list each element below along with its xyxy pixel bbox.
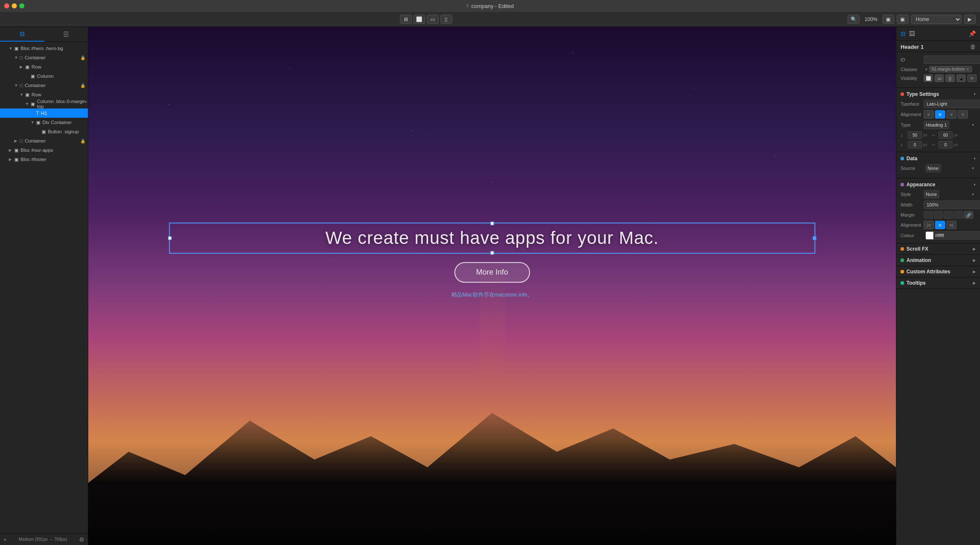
margin-left-input[interactable] — [934, 211, 943, 219]
align-center-button[interactable]: ≡ — [935, 110, 945, 119]
tree-item-column-1[interactable]: ▶ ▣ Column — [0, 71, 88, 81]
margin-top-input[interactable] — [924, 211, 933, 219]
tree-label: Row — [32, 92, 41, 97]
eye-vis-button[interactable]: 👁 — [967, 74, 977, 82]
margin-bottom-input[interactable] — [908, 141, 922, 148]
tree-item-div-container[interactable]: ▼ ▣ Div Container — [0, 118, 88, 127]
desktop-vis-button[interactable]: ⬜ — [924, 74, 933, 82]
colour-swatch[interactable] — [926, 232, 933, 239]
tablet-landscape-vis-button[interactable]: ▭ — [935, 74, 944, 82]
delete-element-button[interactable]: 🗑 — [970, 43, 976, 50]
typeface-input[interactable] — [924, 100, 980, 108]
layers-tab[interactable]: ⧉ — [0, 27, 44, 42]
custom-attributes-chevron: ▶ — [973, 270, 976, 274]
margin-right-input2[interactable] — [954, 211, 963, 219]
align-left-btn[interactable]: |≡ — [924, 221, 934, 229]
type-row: Type Heading 1 — [901, 121, 976, 129]
alignment-label: Alignment — [901, 112, 924, 117]
align-left-button[interactable]: ≡ — [924, 110, 934, 119]
nav-page-select[interactable]: Home — [911, 15, 962, 24]
selection-handle-bottom[interactable] — [490, 251, 494, 255]
tablet-view-button[interactable]: ▭ — [427, 15, 439, 24]
h1-icon: T — [36, 111, 39, 116]
h1-selection-box[interactable]: We create must have apps for your Mac. — [169, 222, 815, 254]
colour-input[interactable] — [933, 232, 980, 239]
search-icon[interactable]: 🔍 — [848, 15, 859, 24]
main-layout: ⧉ ☰ ▼ ▣ Bloc #hero .hero-bg ▼ □ Containe… — [0, 27, 980, 545]
tree-item-row-2[interactable]: ▼ ▣ Row — [0, 90, 88, 99]
mobile-view-button[interactable]: ▯ — [440, 15, 452, 24]
classes-dropdown-arrow[interactable]: ▾ — [925, 67, 927, 71]
mac-store-link[interactable]: 精品Mac软件尽在macstore.info。 — [169, 291, 815, 299]
tree-item-container-3[interactable]: ▶ □ Container 🔒 — [0, 136, 88, 146]
animation-section[interactable]: Animation ▶ — [896, 255, 980, 266]
settings-button[interactable]: ⚙ — [79, 536, 84, 543]
id-input[interactable] — [924, 56, 980, 64]
classes-row: Classes ▾ h1-margin-bottom ✕ — [901, 66, 976, 72]
align-right-btn[interactable]: ≡| — [946, 221, 956, 229]
mobile-vis-button[interactable]: 📱 — [956, 74, 966, 82]
rs-properties-tab[interactable]: ⊟ — [901, 30, 906, 37]
sidebar-tabs: ⧉ ☰ — [0, 27, 88, 42]
tooltips-dot — [901, 281, 904, 285]
tree-item-bloc-hero[interactable]: ▼ ▣ Bloc #hero .hero-bg — [0, 44, 88, 53]
tablet-portrait-vis-button[interactable]: ▯ — [946, 74, 955, 82]
tree-item-row-1[interactable]: ▶ ▣ Row — [0, 62, 88, 71]
source-select[interactable]: None — [925, 164, 941, 172]
margin-row: ↕ px ↔ px — [901, 141, 976, 148]
style-select[interactable]: None — [924, 190, 939, 198]
grid-view-button[interactable]: ⊞ — [400, 15, 412, 24]
more-info-button[interactable]: More Info — [169, 262, 815, 291]
tree-item-column-2[interactable]: ▼ ▣ Column .bloc-0-margin-top — [0, 99, 88, 108]
rs-media-tab[interactable]: 🖼 — [909, 30, 915, 37]
button-icon: ▣ — [42, 129, 46, 135]
rs-pin-button[interactable]: 📌 — [969, 30, 976, 37]
toolbar-right: 🔍 100% ▣ ▣ Home ▶ — [848, 15, 976, 24]
desktop-view-button[interactable]: ⬜ — [414, 15, 425, 24]
tooltips-section[interactable]: Tooltips ▶ — [896, 278, 980, 289]
data-section-header[interactable]: Data ▾ — [901, 156, 976, 161]
data-section-dot — [901, 157, 904, 160]
nav-action-button[interactable]: ▶ — [964, 15, 976, 24]
width-input[interactable] — [924, 201, 980, 209]
animation-dot — [901, 259, 904, 262]
scroll-fx-section[interactable]: Scroll FX ▶ — [896, 243, 980, 255]
padding-right-input[interactable] — [938, 131, 953, 139]
dark-mode-button[interactable]: ▣ — [897, 15, 909, 24]
tree-item-button-signup[interactable]: ▶ ▣ Button .signup — [0, 127, 88, 136]
app-name-label: company - Edited — [471, 3, 514, 9]
type-settings-header[interactable]: Type Settings ▾ — [901, 91, 976, 97]
appearance-section-header[interactable]: Appearance ▾ — [901, 182, 976, 188]
selection-handle-top[interactable] — [490, 222, 494, 225]
tree-label: Div Container — [42, 120, 72, 125]
padding-top-input[interactable] — [908, 131, 922, 139]
tree-item-container-1[interactable]: ▼ □ Container 🔒 — [0, 53, 88, 62]
add-bloc-button[interactable]: + — [3, 536, 7, 543]
selection-handle-left[interactable] — [168, 236, 171, 240]
column-icon: ▣ — [31, 101, 35, 107]
custom-attributes-section[interactable]: Custom Attributes ▶ — [896, 266, 980, 278]
selection-handle-right[interactable] — [813, 236, 816, 240]
canvas-heading[interactable]: We create must have apps for your Mac. — [182, 228, 802, 249]
margin-bottom-input2[interactable] — [944, 211, 953, 219]
type-select[interactable]: Heading 1 — [924, 121, 949, 129]
align-right-button[interactable]: ≡ — [946, 110, 956, 119]
more-info-btn-label[interactable]: More Info — [454, 262, 530, 283]
tree-item-bloc-our-apps[interactable]: ▶ ▣ Bloc #our-apps — [0, 146, 88, 155]
class-tag-remove[interactable]: ✕ — [966, 67, 969, 71]
row-icon: ▣ — [25, 64, 29, 70]
align-center-btn[interactable]: ≡ — [935, 221, 945, 229]
margin-right-input[interactable] — [938, 141, 953, 148]
container-icon: □ — [20, 83, 23, 88]
light-mode-button[interactable]: ▣ — [883, 15, 894, 24]
maximize-button[interactable] — [19, 3, 24, 8]
pages-tab[interactable]: ☰ — [44, 27, 88, 42]
tree-item-bloc-footer[interactable]: ▶ ▣ Bloc #footer — [0, 155, 88, 164]
align-justify-button[interactable]: ≡ — [958, 110, 968, 119]
tree-item-container-2[interactable]: ▼ □ Container 🔒 — [0, 81, 88, 90]
tree-item-h1[interactable]: ▶ T H1 — [0, 108, 88, 118]
minimize-button[interactable] — [12, 3, 17, 8]
close-button[interactable] — [4, 3, 9, 8]
margin-link-button[interactable]: 🔗 — [964, 211, 973, 219]
canvas-background: We create must have apps for your Mac. M… — [88, 27, 896, 545]
